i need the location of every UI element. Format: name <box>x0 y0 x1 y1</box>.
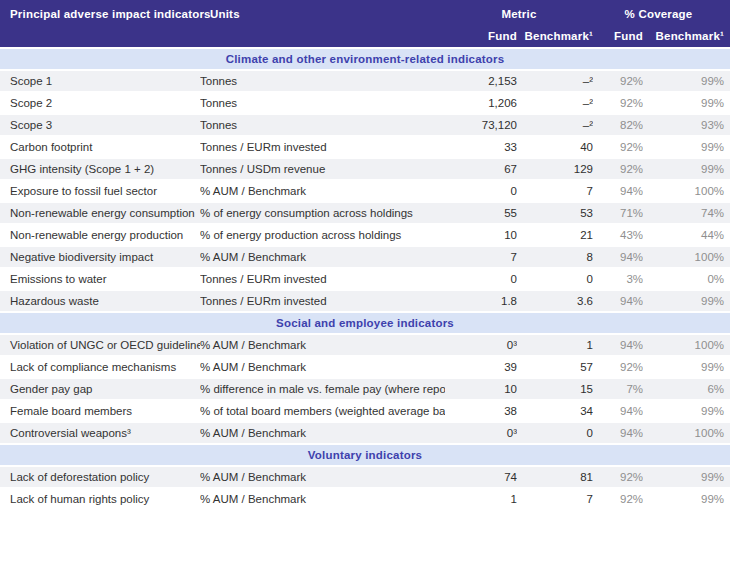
metric-fund-cell: 39 <box>445 356 517 378</box>
units-cell: Tonnes / EURm invested <box>200 136 445 158</box>
header-sub-row: Fund Benchmark¹ Fund Benchmark¹ <box>0 28 730 48</box>
indicator-cell: GHG intensity (Scope 1 + 2) <box>0 158 200 180</box>
section-header-row: Climate and other environment-related in… <box>0 48 730 70</box>
coverage-fund-cell: 3% <box>593 268 643 290</box>
header-metric-fund: Fund <box>445 28 517 48</box>
coverage-benchmark-cell: 100% <box>643 334 730 356</box>
coverage-benchmark-cell: 100% <box>643 180 730 202</box>
metric-fund-cell: 10 <box>445 224 517 246</box>
section-title: Climate and other environment-related in… <box>0 48 730 70</box>
table-row: Gender pay gap% difference in male vs. f… <box>0 378 730 400</box>
header-metric-group: Metric <box>445 0 593 28</box>
coverage-benchmark-cell: 99% <box>643 136 730 158</box>
indicator-cell: Scope 1 <box>0 70 200 92</box>
metric-benchmark-cell: 40 <box>517 136 593 158</box>
coverage-benchmark-cell: 99% <box>643 466 730 488</box>
indicator-cell: Exposure to fossil fuel sector <box>0 180 200 202</box>
table-row: Lack of deforestation policy% AUM / Benc… <box>0 466 730 488</box>
units-cell: % of total board members (weighted avera… <box>200 400 445 422</box>
units-cell: % AUM / Benchmark <box>200 488 445 510</box>
coverage-benchmark-cell: 99% <box>643 70 730 92</box>
metric-benchmark-cell: 129 <box>517 158 593 180</box>
header-indicators: Principal adverse impact indicators <box>0 0 200 28</box>
header-spacer <box>0 28 200 48</box>
coverage-fund-cell: 92% <box>593 136 643 158</box>
indicator-cell: Scope 3 <box>0 114 200 136</box>
units-cell: Tonnes <box>200 92 445 114</box>
table-row: Controversial weapons³% AUM / Benchmark0… <box>0 422 730 444</box>
metric-fund-cell: 1.8 <box>445 290 517 312</box>
metric-fund-cell: 7 <box>445 246 517 268</box>
coverage-fund-cell: 82% <box>593 114 643 136</box>
table-row: Emissions to waterTonnes / EURm invested… <box>0 268 730 290</box>
coverage-benchmark-cell: 44% <box>643 224 730 246</box>
coverage-benchmark-cell: 99% <box>643 290 730 312</box>
header-coverage-fund: Fund <box>593 28 643 48</box>
table-row: GHG intensity (Scope 1 + 2)Tonnes / USDm… <box>0 158 730 180</box>
units-cell: % AUM / Benchmark <box>200 356 445 378</box>
indicator-cell: Emissions to water <box>0 268 200 290</box>
metric-fund-cell: 1 <box>445 488 517 510</box>
coverage-fund-cell: 92% <box>593 70 643 92</box>
table-row: Negative biodiversity impact% AUM / Benc… <box>0 246 730 268</box>
metric-fund-cell: 73,120 <box>445 114 517 136</box>
metric-fund-cell: 38 <box>445 400 517 422</box>
metric-benchmark-cell: 8 <box>517 246 593 268</box>
table-row: Lack of compliance mechanisms% AUM / Ben… <box>0 356 730 378</box>
units-cell: Tonnes <box>200 70 445 92</box>
coverage-benchmark-cell: 99% <box>643 158 730 180</box>
units-cell: % AUM / Benchmark <box>200 180 445 202</box>
header-coverage-benchmark: Benchmark¹ <box>643 28 730 48</box>
coverage-fund-cell: 94% <box>593 422 643 444</box>
indicator-cell: Violation of UNGC or OECD guidelines³ <box>0 334 200 356</box>
indicator-cell: Non-renewable energy production <box>0 224 200 246</box>
coverage-benchmark-cell: 99% <box>643 400 730 422</box>
units-cell: % AUM / Benchmark <box>200 422 445 444</box>
table-row: Lack of human rights policy% AUM / Bench… <box>0 488 730 510</box>
coverage-fund-cell: 43% <box>593 224 643 246</box>
table-row: Carbon footprintTonnes / EURm invested33… <box>0 136 730 158</box>
indicator-cell: Hazardous waste <box>0 290 200 312</box>
metric-benchmark-cell: 57 <box>517 356 593 378</box>
coverage-benchmark-cell: 74% <box>643 202 730 224</box>
section-title: Social and employee indicators <box>0 312 730 334</box>
pai-indicators-table: Principal adverse impact indicators Unit… <box>0 0 730 511</box>
coverage-benchmark-cell: 100% <box>643 246 730 268</box>
coverage-fund-cell: 7% <box>593 378 643 400</box>
metric-fund-cell: 74 <box>445 466 517 488</box>
indicator-cell: Controversial weapons³ <box>0 422 200 444</box>
indicator-cell: Scope 2 <box>0 92 200 114</box>
units-cell: % of energy production across holdings <box>200 224 445 246</box>
table-row: Non-renewable energy consumption% of ene… <box>0 202 730 224</box>
metric-benchmark-cell: 34 <box>517 400 593 422</box>
units-cell: % difference in male vs. female pay (whe… <box>200 378 445 400</box>
indicator-cell: Non-renewable energy consumption <box>0 202 200 224</box>
metric-benchmark-cell: 1 <box>517 334 593 356</box>
units-cell: Tonnes / USDm revenue <box>200 158 445 180</box>
table-row: Non-renewable energy production% of ener… <box>0 224 730 246</box>
units-cell: Tonnes / EURm invested <box>200 290 445 312</box>
units-cell: % AUM / Benchmark <box>200 334 445 356</box>
table-row: Exposure to fossil fuel sector% AUM / Be… <box>0 180 730 202</box>
metric-fund-cell: 33 <box>445 136 517 158</box>
indicator-cell: Female board members <box>0 400 200 422</box>
coverage-benchmark-cell: 93% <box>643 114 730 136</box>
indicator-cell: Negative biodiversity impact <box>0 246 200 268</box>
metric-fund-cell: 2,153 <box>445 70 517 92</box>
metric-benchmark-cell: 3.6 <box>517 290 593 312</box>
metric-benchmark-cell: 0 <box>517 268 593 290</box>
metric-fund-cell: 0 <box>445 180 517 202</box>
coverage-benchmark-cell: 99% <box>643 92 730 114</box>
coverage-benchmark-cell: 99% <box>643 356 730 378</box>
section-title: Voluntary indicators <box>0 444 730 466</box>
section-header-row: Social and employee indicators <box>0 312 730 334</box>
coverage-fund-cell: 71% <box>593 202 643 224</box>
coverage-fund-cell: 94% <box>593 290 643 312</box>
indicator-cell: Carbon footprint <box>0 136 200 158</box>
indicator-cell: Lack of deforestation policy <box>0 466 200 488</box>
metric-fund-cell: 0 <box>445 268 517 290</box>
metric-benchmark-cell: 0 <box>517 422 593 444</box>
header-coverage-group: % Coverage <box>593 0 730 28</box>
table-row: Female board members% of total board mem… <box>0 400 730 422</box>
coverage-benchmark-cell: 6% <box>643 378 730 400</box>
